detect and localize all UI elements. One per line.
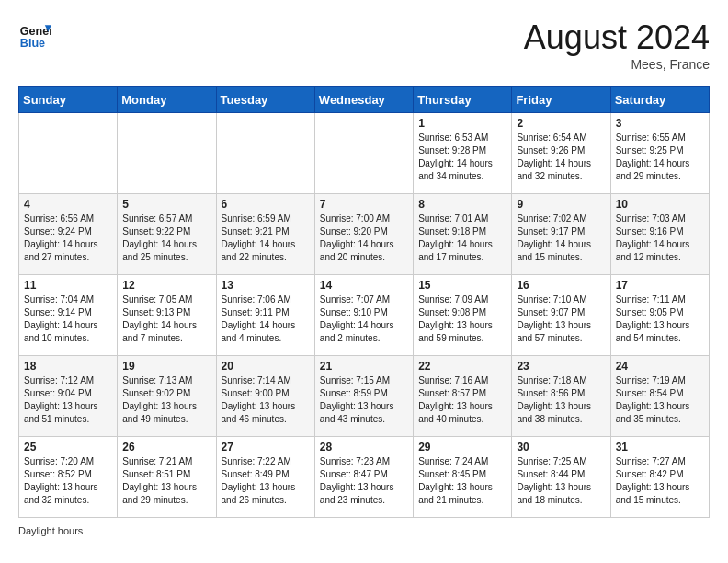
calendar-cell: 3Sunrise: 6:55 AM Sunset: 9:25 PM Daylig… <box>610 113 709 194</box>
day-number: 30 <box>517 441 605 454</box>
day-number: 22 <box>418 360 506 373</box>
week-row-2: 4Sunrise: 6:56 AM Sunset: 9:24 PM Daylig… <box>19 194 710 275</box>
days-header-row: SundayMondayTuesdayWednesdayThursdayFrid… <box>19 87 710 113</box>
day-number: 24 <box>616 360 704 373</box>
day-number: 2 <box>517 117 605 130</box>
daylight-hours-label: Daylight hours <box>18 525 83 536</box>
calendar-cell: 31Sunrise: 7:27 AM Sunset: 8:42 PM Dayli… <box>610 437 709 518</box>
calendar-cell: 7Sunrise: 7:00 AM Sunset: 9:20 PM Daylig… <box>314 194 413 275</box>
day-info: Sunrise: 7:09 AM Sunset: 9:08 PM Dayligh… <box>418 293 506 345</box>
day-number: 15 <box>418 279 506 292</box>
day-info: Sunrise: 7:02 AM Sunset: 9:17 PM Dayligh… <box>517 213 605 264</box>
day-number: 26 <box>122 441 210 454</box>
calendar-cell: 13Sunrise: 7:06 AM Sunset: 9:11 PM Dayli… <box>216 275 314 356</box>
day-info: Sunrise: 6:55 AM Sunset: 9:25 PM Dayligh… <box>616 132 704 183</box>
day-number: 8 <box>418 198 506 211</box>
day-number: 27 <box>222 441 310 454</box>
day-number: 20 <box>222 360 310 373</box>
day-info: Sunrise: 7:27 AM Sunset: 8:42 PM Dayligh… <box>616 455 704 507</box>
calendar-cell: 18Sunrise: 7:12 AM Sunset: 9:04 PM Dayli… <box>19 356 118 437</box>
logo: General Blue <box>18 18 51 52</box>
week-row-5: 25Sunrise: 7:20 AM Sunset: 8:52 PM Dayli… <box>19 437 710 518</box>
calendar-cell: 22Sunrise: 7:16 AM Sunset: 8:57 PM Dayli… <box>414 356 512 437</box>
day-info: Sunrise: 7:15 AM Sunset: 8:59 PM Dayligh… <box>320 374 408 426</box>
day-number: 5 <box>122 198 210 211</box>
logo-icon: General Blue <box>18 18 51 52</box>
header: General Blue August 2024 Mees, France <box>18 18 710 72</box>
day-header-wednesday: Wednesday <box>314 87 413 113</box>
day-number: 13 <box>222 279 310 292</box>
day-header-saturday: Saturday <box>610 87 709 113</box>
day-number: 21 <box>320 360 408 373</box>
day-number: 16 <box>517 279 605 292</box>
day-number: 9 <box>517 198 605 211</box>
day-header-thursday: Thursday <box>414 87 512 113</box>
calendar-cell: 15Sunrise: 7:09 AM Sunset: 9:08 PM Dayli… <box>414 275 512 356</box>
day-info: Sunrise: 7:25 AM Sunset: 8:44 PM Dayligh… <box>517 455 605 507</box>
calendar-title: August 2024 <box>524 18 710 57</box>
day-info: Sunrise: 7:04 AM Sunset: 9:14 PM Dayligh… <box>24 293 112 345</box>
day-info: Sunrise: 7:22 AM Sunset: 8:49 PM Dayligh… <box>222 455 310 507</box>
day-number: 17 <box>616 279 704 292</box>
footer-note: Daylight hours <box>18 525 710 536</box>
calendar-cell: 17Sunrise: 7:11 AM Sunset: 9:05 PM Dayli… <box>610 275 709 356</box>
calendar-cell: 27Sunrise: 7:22 AM Sunset: 8:49 PM Dayli… <box>216 437 314 518</box>
calendar-cell: 5Sunrise: 6:57 AM Sunset: 9:22 PM Daylig… <box>118 194 216 275</box>
day-info: Sunrise: 7:10 AM Sunset: 9:07 PM Dayligh… <box>517 293 605 345</box>
day-info: Sunrise: 7:03 AM Sunset: 9:16 PM Dayligh… <box>616 213 704 264</box>
day-info: Sunrise: 7:20 AM Sunset: 8:52 PM Dayligh… <box>24 455 112 507</box>
day-info: Sunrise: 6:54 AM Sunset: 9:26 PM Dayligh… <box>517 132 605 183</box>
calendar-cell: 28Sunrise: 7:23 AM Sunset: 8:47 PM Dayli… <box>314 437 413 518</box>
day-number: 3 <box>616 117 704 130</box>
day-number: 6 <box>222 198 310 211</box>
day-number: 31 <box>616 441 704 454</box>
day-info: Sunrise: 7:19 AM Sunset: 8:54 PM Dayligh… <box>616 374 704 426</box>
day-info: Sunrise: 6:53 AM Sunset: 9:28 PM Dayligh… <box>418 132 506 183</box>
day-number: 7 <box>320 198 408 211</box>
calendar-cell: 16Sunrise: 7:10 AM Sunset: 9:07 PM Dayli… <box>512 275 610 356</box>
calendar-cell: 12Sunrise: 7:05 AM Sunset: 9:13 PM Dayli… <box>118 275 216 356</box>
day-info: Sunrise: 7:24 AM Sunset: 8:45 PM Dayligh… <box>418 455 506 507</box>
day-header-monday: Monday <box>118 87 216 113</box>
day-header-sunday: Sunday <box>19 87 118 113</box>
day-number: 25 <box>24 441 112 454</box>
day-info: Sunrise: 7:14 AM Sunset: 9:00 PM Dayligh… <box>222 374 310 426</box>
calendar-cell: 24Sunrise: 7:19 AM Sunset: 8:54 PM Dayli… <box>610 356 709 437</box>
title-block: August 2024 Mees, France <box>524 18 710 72</box>
calendar-cell <box>118 113 216 194</box>
day-info: Sunrise: 7:21 AM Sunset: 8:51 PM Dayligh… <box>122 455 210 507</box>
calendar-cell: 19Sunrise: 7:13 AM Sunset: 9:02 PM Dayli… <box>118 356 216 437</box>
day-number: 19 <box>122 360 210 373</box>
svg-text:Blue: Blue <box>20 37 45 50</box>
calendar-cell: 29Sunrise: 7:24 AM Sunset: 8:45 PM Dayli… <box>414 437 512 518</box>
day-info: Sunrise: 7:07 AM Sunset: 9:10 PM Dayligh… <box>320 293 408 345</box>
week-row-4: 18Sunrise: 7:12 AM Sunset: 9:04 PM Dayli… <box>19 356 710 437</box>
calendar-cell: 2Sunrise: 6:54 AM Sunset: 9:26 PM Daylig… <box>512 113 610 194</box>
day-info: Sunrise: 6:57 AM Sunset: 9:22 PM Dayligh… <box>122 213 210 264</box>
calendar-cell: 10Sunrise: 7:03 AM Sunset: 9:16 PM Dayli… <box>610 194 709 275</box>
calendar-cell: 25Sunrise: 7:20 AM Sunset: 8:52 PM Dayli… <box>19 437 118 518</box>
day-number: 11 <box>24 279 112 292</box>
day-info: Sunrise: 7:13 AM Sunset: 9:02 PM Dayligh… <box>122 374 210 426</box>
day-info: Sunrise: 7:05 AM Sunset: 9:13 PM Dayligh… <box>122 293 210 345</box>
calendar-cell <box>216 113 314 194</box>
day-number: 10 <box>616 198 704 211</box>
calendar-cell: 21Sunrise: 7:15 AM Sunset: 8:59 PM Dayli… <box>314 356 413 437</box>
calendar-cell: 14Sunrise: 7:07 AM Sunset: 9:10 PM Dayli… <box>314 275 413 356</box>
day-info: Sunrise: 7:06 AM Sunset: 9:11 PM Dayligh… <box>222 293 310 345</box>
calendar-table: SundayMondayTuesdayWednesdayThursdayFrid… <box>18 86 710 518</box>
week-row-1: 1Sunrise: 6:53 AM Sunset: 9:28 PM Daylig… <box>19 113 710 194</box>
calendar-cell: 30Sunrise: 7:25 AM Sunset: 8:44 PM Dayli… <box>512 437 610 518</box>
calendar-cell: 9Sunrise: 7:02 AM Sunset: 9:17 PM Daylig… <box>512 194 610 275</box>
day-info: Sunrise: 7:23 AM Sunset: 8:47 PM Dayligh… <box>320 455 408 507</box>
calendar-cell: 6Sunrise: 6:59 AM Sunset: 9:21 PM Daylig… <box>216 194 314 275</box>
day-number: 4 <box>24 198 112 211</box>
day-number: 1 <box>418 117 506 130</box>
calendar-cell: 8Sunrise: 7:01 AM Sunset: 9:18 PM Daylig… <box>414 194 512 275</box>
day-number: 14 <box>320 279 408 292</box>
day-number: 23 <box>517 360 605 373</box>
calendar-cell: 26Sunrise: 7:21 AM Sunset: 8:51 PM Dayli… <box>118 437 216 518</box>
day-info: Sunrise: 7:00 AM Sunset: 9:20 PM Dayligh… <box>320 213 408 264</box>
day-header-friday: Friday <box>512 87 610 113</box>
day-info: Sunrise: 7:01 AM Sunset: 9:18 PM Dayligh… <box>418 213 506 264</box>
